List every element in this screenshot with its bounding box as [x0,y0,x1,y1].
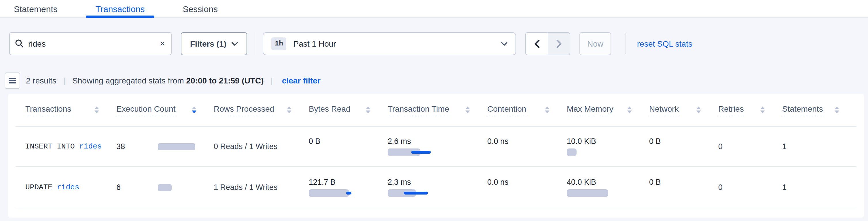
filters-label: Filters (1) [190,39,226,49]
bytes-read-marker [346,192,351,194]
divider: | [271,76,273,85]
sort-icons [696,106,701,114]
hamburger-icon [9,78,16,78]
execution-count-cell: 38 [116,127,214,166]
execution-count-bar [158,143,195,150]
sort-icons [835,106,839,114]
tab-bar: Statements Transactions Sessions [0,0,868,18]
divider: | [63,76,65,85]
execution-count-cell: 6 [116,167,214,208]
transaction-time-marker [411,151,431,153]
search-box: ✕ [9,32,172,55]
table-row: INSERT INTO rides 38 0 Reads / 1 Writes … [16,127,857,167]
bytes-read-cell: 121.7 B [309,167,388,208]
prev-time-button[interactable] [526,33,548,55]
sort-icons [545,106,550,114]
time-picker[interactable]: 1h Past 1 Hour [262,32,516,55]
divider [255,32,255,55]
chevron-left-icon [534,40,539,48]
results-count: 2 results [26,76,57,85]
tab-sessions[interactable]: Sessions [183,0,218,17]
sort-icons [465,106,470,114]
contention-cell: 0.0 ns [487,127,567,166]
divider [625,33,625,54]
search-input[interactable] [9,32,172,55]
table-header-row: Transactions Execution Count Rows Proces… [16,94,857,127]
statements-cell: 1 [782,167,857,208]
bytes-read-bar [309,189,349,197]
filters-button[interactable]: Filters (1) [181,32,247,55]
transaction-link[interactable]: rides [79,142,102,151]
statements-cell: 1 [782,127,857,166]
bytes-read-cell: 0 B [309,127,388,166]
column-header-transactions[interactable]: Transactions [25,94,116,126]
next-time-button[interactable] [548,33,570,55]
transaction-time-marker [404,192,428,194]
content-area: ✕ Filters (1) 1h Past 1 Hour [0,18,868,221]
tab-statements[interactable]: Statements [14,0,58,17]
results-bar: 2 results | Showing aggregated stats fro… [0,72,868,89]
max-memory-bar [567,149,577,156]
transaction-fingerprint: UPDATE rides [25,167,116,208]
execution-count-bar [158,184,172,191]
column-header-statements[interactable]: Statements [782,94,857,126]
column-header-max-memory[interactable]: Max Memory [567,94,649,126]
clear-filter-link[interactable]: clear filter [282,76,320,85]
time-range-text: 20:00 to 21:59 (UTC) [186,76,264,85]
sql-activity-page: Statements Transactions Sessions ✕ Filte… [0,0,868,221]
transaction-time-cell: 2.3 ms [388,167,487,208]
transactions-table-card: Transactions Execution Count Rows Proces… [8,94,864,218]
time-nav-group [525,32,570,55]
time-range-label: Past 1 Hour [293,39,494,49]
network-cell: 0 B [649,167,718,208]
retries-cell: 0 [718,167,782,208]
column-selector-button[interactable] [5,72,20,89]
time-range-badge: 1h [271,37,286,50]
max-memory-cell: 40.0 KiB [567,167,649,208]
sort-icons [366,106,370,114]
sort-icons [760,106,765,114]
rows-processed-cell: 1 Reads / 1 Writes [214,167,309,208]
column-header-retries[interactable]: Retries [718,94,782,126]
column-header-network[interactable]: Network [649,94,718,126]
transaction-time-cell: 2.6 ms [388,127,487,166]
search-icon [15,39,24,48]
column-header-transaction-time[interactable]: Transaction Time [388,94,487,126]
now-button[interactable]: Now [580,32,611,55]
column-header-execution-count[interactable]: Execution Count [116,94,214,126]
sort-icons [94,106,99,114]
sort-icons [627,106,632,114]
reset-sql-stats-link[interactable]: reset SQL stats [637,39,692,49]
retries-cell: 0 [718,127,782,166]
contention-cell: 0.0 ns [487,167,567,208]
table-row: UPDATE rides 6 1 Reads / 1 Writes 121.7 … [16,167,857,208]
transaction-link[interactable]: rides [57,183,79,192]
chevron-down-icon [501,42,507,46]
column-header-bytes-read[interactable]: Bytes Read [309,94,388,126]
max-memory-cell: 10.0 KiB [567,127,649,166]
column-header-contention[interactable]: Contention [487,94,567,126]
sort-icons [287,106,291,114]
column-header-rows-processed[interactable]: Rows Processed [214,94,309,126]
tab-transactions[interactable]: Transactions [96,0,145,17]
rows-processed-cell: 0 Reads / 1 Writes [214,127,309,166]
sort-icons [192,106,196,114]
max-memory-bar [567,189,608,197]
aggregation-summary: Showing aggregated stats from 20:00 to 2… [72,76,264,85]
clear-search-icon[interactable]: ✕ [159,39,165,49]
controls-row: ✕ Filters (1) 1h Past 1 Hour [0,32,868,55]
chevron-down-icon [231,42,238,46]
transaction-fingerprint: INSERT INTO rides [25,127,116,166]
chevron-right-icon [556,40,562,48]
network-cell: 0 B [649,127,718,166]
